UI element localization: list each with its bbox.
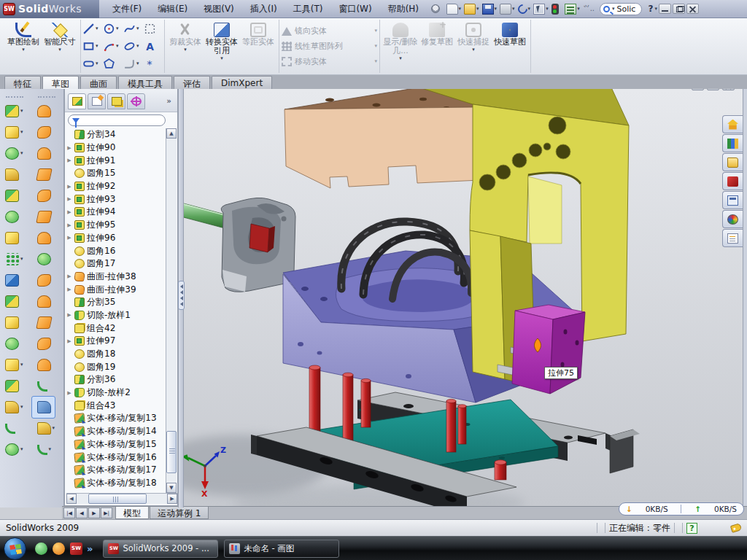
tree-item[interactable]: ▶ 圆角19 bbox=[66, 360, 167, 373]
search-options-caret[interactable]: ▾ bbox=[612, 7, 615, 12]
scrollbar-thumb[interactable] bbox=[166, 431, 177, 473]
tree-item[interactable]: ▶ 组合42 bbox=[66, 322, 167, 335]
expand-arrow[interactable]: ▶ bbox=[66, 273, 72, 279]
help-icon[interactable]: ? bbox=[648, 4, 653, 14]
expand-arrow[interactable]: ▶ bbox=[66, 145, 72, 151]
selection-box-tool[interactable] bbox=[144, 20, 163, 38]
move-entities-button[interactable]: 移动实体▾ bbox=[282, 55, 377, 69]
solidworks-resources-tab[interactable] bbox=[722, 115, 743, 133]
menu-item[interactable]: 插入(I) bbox=[243, 1, 285, 18]
features-toolbar-button[interactable]: ▾ bbox=[0, 291, 23, 312]
menu-item[interactable]: 帮助(H) bbox=[381, 1, 426, 18]
media-player-icon[interactable] bbox=[53, 542, 65, 555]
tree-vertical-scrollbar[interactable]: ▲ ▼ bbox=[166, 128, 177, 493]
tree-horizontal-scrollbar[interactable]: ◀ ▶ bbox=[66, 493, 177, 504]
features-toolbar-button[interactable]: ▾ bbox=[0, 143, 23, 164]
tree-item[interactable]: ▶ 圆角15 bbox=[66, 167, 167, 180]
rebuild-icon[interactable]: ▾ bbox=[551, 3, 563, 15]
custom-properties-tab[interactable] bbox=[722, 229, 743, 247]
surfaces-toolbar-button[interactable]: ▾ bbox=[32, 270, 55, 291]
expand-arrow[interactable]: ▶ bbox=[66, 209, 72, 215]
tree-item[interactable]: ▶ 实体-移动/复制15 bbox=[66, 438, 167, 451]
scroll-left-button[interactable]: ◀ bbox=[66, 494, 77, 504]
surfaces-toolbar-button[interactable]: ▾ bbox=[32, 228, 55, 249]
sketch-button[interactable]: 草图绘制▾ bbox=[5, 20, 42, 73]
model-tab[interactable]: 模型 bbox=[115, 507, 149, 519]
tree-item[interactable]: ▶ 拉伸95 bbox=[66, 219, 167, 232]
polygon-tool[interactable] bbox=[103, 55, 122, 73]
pin-icon[interactable]: ▾ bbox=[430, 4, 444, 14]
app-close-button[interactable] bbox=[686, 4, 699, 14]
tree-item[interactable]: ▶ 圆角17 bbox=[66, 257, 167, 271]
expand-arrow[interactable]: ▶ bbox=[66, 184, 72, 190]
display-delete-relations-button[interactable]: 显示/删除几...▾ bbox=[382, 20, 419, 73]
expand-arrow[interactable]: ▶ bbox=[66, 312, 72, 318]
configurationmanager-tab[interactable] bbox=[107, 93, 125, 109]
toolbar-grip[interactable] bbox=[38, 96, 55, 98]
app-minimize-button[interactable] bbox=[659, 4, 671, 14]
tree-item[interactable]: ▶ 切除-放样1 bbox=[66, 309, 167, 322]
circle-tool[interactable]: ▾ bbox=[103, 20, 122, 38]
propertymanager-tab[interactable] bbox=[88, 93, 106, 109]
scroll-right-button[interactable]: ▶ bbox=[167, 494, 177, 504]
features-toolbar-button[interactable]: ▾ bbox=[0, 354, 23, 376]
splitter-handle[interactable] bbox=[178, 281, 185, 310]
surfaces-toolbar-button[interactable]: ▾ bbox=[32, 206, 55, 228]
expand-arrow[interactable]: ▶ bbox=[66, 196, 72, 202]
spline-tool[interactable]: ▾ bbox=[123, 20, 142, 38]
app-restore-button[interactable] bbox=[673, 4, 685, 14]
command-tab[interactable]: 模具工具 bbox=[118, 76, 172, 89]
tree-item[interactable]: ▶ 曲面-拉伸39 bbox=[66, 283, 167, 296]
quick-snaps-button[interactable]: 快速捕捉▾ bbox=[455, 20, 492, 73]
command-tab[interactable]: 特征 bbox=[4, 76, 41, 89]
menu-item[interactable]: 视图(V) bbox=[196, 1, 241, 18]
features-toolbar-button[interactable]: ▾ bbox=[0, 206, 23, 228]
help-caret[interactable]: ▾ bbox=[654, 7, 657, 12]
part-insert-block[interactable] bbox=[512, 305, 585, 394]
features-toolbar-button[interactable]: ▾ bbox=[0, 164, 23, 185]
featuremanager-tab[interactable] bbox=[68, 93, 86, 109]
surfaces-toolbar-button[interactable]: ▾ bbox=[32, 291, 55, 312]
surfaces-toolbar-button[interactable]: ▾ bbox=[32, 418, 55, 439]
features-toolbar-button[interactable]: ▾ bbox=[0, 270, 23, 291]
search-box[interactable]: ▾ Solic bbox=[600, 3, 642, 15]
ellipse-tool[interactable]: ▾ bbox=[123, 38, 142, 55]
convert-entities-button[interactable]: 转换实体引用▾ bbox=[204, 20, 240, 73]
command-tab[interactable]: 草图 bbox=[42, 76, 79, 89]
features-toolbar-button[interactable]: ▾ bbox=[0, 333, 23, 354]
surfaces-toolbar-button[interactable]: ▾ bbox=[32, 164, 55, 185]
tree-item[interactable]: ▶ 圆角16 bbox=[66, 244, 167, 257]
features-toolbar-button[interactable]: ▾ bbox=[0, 249, 23, 270]
surfaces-toolbar-button[interactable]: ▾ bbox=[32, 397, 55, 418]
features-toolbar-button[interactable]: ▾ bbox=[0, 418, 23, 439]
tab-nav-button[interactable]: |◀ bbox=[63, 508, 75, 518]
tree-item[interactable]: ▶ 实体-移动/复制13 bbox=[66, 412, 167, 425]
appearances-tab[interactable] bbox=[722, 210, 743, 228]
expand-arrow[interactable]: ▶ bbox=[66, 338, 72, 344]
toolbar-grip[interactable] bbox=[6, 96, 23, 98]
offset-entities-button[interactable]: 等距实体 bbox=[240, 20, 276, 73]
surfaces-toolbar-button[interactable]: ▾ bbox=[32, 354, 55, 376]
tag-icon[interactable] bbox=[730, 523, 742, 533]
dimxpertmanager-tab[interactable] bbox=[127, 93, 145, 109]
surfaces-toolbar-button[interactable]: ▾ bbox=[32, 249, 55, 270]
surfaces-toolbar-button[interactable]: ▾ bbox=[32, 376, 55, 397]
scroll-up-button[interactable]: ▲ bbox=[166, 128, 177, 139]
surfaces-toolbar-button[interactable]: ▾ bbox=[32, 439, 55, 460]
scrollbar-thumb[interactable] bbox=[88, 494, 147, 504]
point-tool[interactable]: * bbox=[144, 55, 163, 73]
arc-tool[interactable]: ▾ bbox=[103, 38, 122, 55]
surfaces-toolbar-button[interactable]: ▾ bbox=[32, 185, 55, 206]
tree-item[interactable]: ▶ 拉伸96 bbox=[66, 232, 167, 245]
tree-item[interactable]: ▶ 分割34 bbox=[66, 128, 167, 141]
features-toolbar-button[interactable]: ▾ bbox=[0, 312, 23, 333]
panel-splitter[interactable] bbox=[178, 89, 184, 508]
tree-item[interactable]: ▶ 曲面-拉伸38 bbox=[66, 271, 167, 284]
smart-dimension-button[interactable]: 智能尺寸▾ bbox=[42, 20, 78, 73]
expand-arrow[interactable]: ▶ bbox=[66, 222, 72, 228]
file-explorer-tab[interactable] bbox=[722, 153, 743, 171]
tree-item[interactable]: ▶ 实体-移动/复制18 bbox=[66, 477, 167, 490]
print-icon[interactable]: ▾ bbox=[499, 3, 516, 15]
tree-item[interactable]: ▶ 拉伸94 bbox=[66, 206, 167, 219]
menu-item[interactable]: 窗口(W) bbox=[331, 1, 379, 18]
